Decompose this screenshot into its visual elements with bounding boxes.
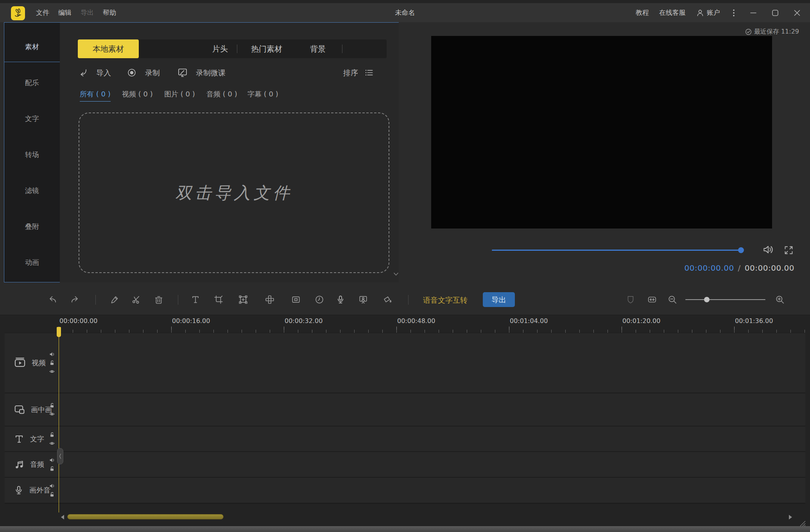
- zoom-in-icon[interactable]: [775, 295, 785, 305]
- volume-slider-knob[interactable]: [738, 247, 744, 253]
- volume-slider[interactable]: [492, 250, 741, 251]
- lock-icon[interactable]: [49, 492, 55, 497]
- panel-collapse-chevron-icon[interactable]: [393, 272, 399, 277]
- add-text-icon[interactable]: [190, 295, 201, 305]
- lock-icon[interactable]: [49, 432, 55, 437]
- delete-trash-icon[interactable]: [154, 295, 164, 305]
- mute-icon[interactable]: [49, 483, 55, 489]
- tab-background[interactable]: 背景: [301, 39, 334, 58]
- maximize-button[interactable]: [769, 7, 781, 19]
- close-button[interactable]: [791, 7, 803, 19]
- minimize-button[interactable]: [747, 7, 759, 19]
- sort-list-icon[interactable]: [364, 68, 374, 78]
- kebab-icon: [730, 9, 737, 17]
- ruler-tick-label: 00:00:48.00: [397, 317, 435, 325]
- filter-audio[interactable]: 音频 ( 0 ): [206, 89, 237, 99]
- tutorial-link[interactable]: 教程: [636, 8, 649, 17]
- tab-hot-media[interactable]: 热门素材: [246, 39, 287, 58]
- menu-export[interactable]: 导出: [81, 8, 94, 17]
- timeline-zoom-slider[interactable]: [685, 299, 765, 300]
- fullscreen-icon[interactable]: [783, 245, 794, 255]
- track-row-audio[interactable]: 音频: [5, 452, 805, 477]
- sidebar-item-overlay[interactable]: 叠附: [4, 219, 60, 234]
- presenter-icon[interactable]: [358, 295, 368, 305]
- timeline-ruler-minor-ticks: [59, 330, 810, 333]
- filter-image[interactable]: 图片 ( 0 ): [164, 89, 195, 99]
- timeline-scroll-right-arrow[interactable]: [789, 515, 792, 520]
- import-dropzone[interactable]: 双击导入文件: [79, 112, 389, 273]
- record-lesson-button[interactable]: 录制微课: [196, 68, 226, 78]
- more-menu-button[interactable]: [730, 9, 737, 17]
- menu-file[interactable]: 文件: [36, 8, 49, 17]
- track-row-voiceover[interactable]: 画外音: [5, 478, 805, 503]
- menu-help[interactable]: 帮助: [103, 8, 116, 17]
- timeline-scroll-left-arrow[interactable]: [61, 515, 64, 520]
- track-row-pip[interactable]: 画中画: [5, 393, 805, 426]
- undo-icon[interactable]: [47, 295, 57, 305]
- speaker-icon[interactable]: [762, 244, 774, 255]
- import-button[interactable]: 导入: [96, 68, 111, 78]
- eye-icon[interactable]: [49, 441, 55, 446]
- fit-timeline-icon[interactable]: [647, 295, 657, 305]
- sort-button[interactable]: 排序: [343, 68, 358, 78]
- marker-shield-icon[interactable]: [625, 295, 636, 305]
- paint-bucket-icon[interactable]: [382, 295, 392, 305]
- timeline-zoom-knob[interactable]: [704, 297, 710, 302]
- ruler-tick-label: 00:00:00.00: [59, 317, 97, 325]
- redo-icon[interactable]: [70, 295, 80, 305]
- mute-icon[interactable]: [49, 352, 55, 357]
- sidebar-item-transition[interactable]: 转场: [4, 147, 60, 162]
- lock-icon[interactable]: [49, 360, 55, 366]
- playhead-handle[interactable]: [57, 327, 61, 337]
- sidebar-item-music[interactable]: 配乐: [4, 75, 60, 91]
- menu-edit[interactable]: 编辑: [58, 8, 72, 17]
- track-label: 视频: [32, 358, 46, 368]
- timeline-horizontal-scrollbar[interactable]: [67, 514, 224, 520]
- track-row-video[interactable]: 视频: [5, 333, 805, 393]
- zoom-out-icon[interactable]: [667, 295, 677, 305]
- ruler-tick-label: 00:01:04.00: [510, 317, 548, 325]
- record-button[interactable]: 录制: [145, 68, 160, 78]
- titlebar: 文件 编辑 导出 帮助 未命名 教程 在线客服 账户: [0, 3, 810, 22]
- sidebar-item-media[interactable]: 素材: [4, 39, 60, 55]
- tab-divider: [342, 45, 342, 53]
- lock-icon[interactable]: [49, 403, 55, 408]
- filter-video[interactable]: 视频 ( 0 ): [122, 89, 153, 99]
- video-track-icon: [13, 356, 27, 370]
- track-headers-collapse-handle[interactable]: [57, 448, 63, 464]
- lock-icon[interactable]: [49, 466, 55, 471]
- track-row-text[interactable]: 文字: [5, 427, 805, 451]
- record-lesson-icon[interactable]: [177, 67, 188, 78]
- split-icon[interactable]: [265, 295, 275, 305]
- import-icon[interactable]: [78, 68, 88, 78]
- autosave-status: 最近保存 11:29: [745, 27, 799, 36]
- support-link[interactable]: 在线客服: [659, 8, 686, 17]
- ruler-tick-label: 00:01:36.00: [735, 317, 773, 325]
- freeze-frame-icon[interactable]: [238, 295, 248, 305]
- speech-to-text-button[interactable]: 语音文字互转: [423, 295, 468, 305]
- tab-intro[interactable]: 片头: [202, 39, 238, 58]
- record-icon[interactable]: [127, 68, 137, 78]
- export-button[interactable]: 导出: [483, 292, 515, 307]
- cut-scissors-icon[interactable]: [131, 295, 142, 305]
- time-separator: /: [738, 263, 741, 273]
- eye-icon[interactable]: [49, 369, 55, 374]
- track-header-pip: 画中画: [5, 393, 59, 426]
- speed-clock-icon[interactable]: [314, 295, 324, 305]
- filter-all[interactable]: 所有 ( 0 ): [80, 89, 111, 102]
- crop-icon[interactable]: [213, 295, 224, 305]
- mute-icon[interactable]: [49, 457, 55, 463]
- voiceover-mic-icon[interactable]: [335, 295, 346, 305]
- sidebar-item-text[interactable]: 文字: [4, 111, 60, 127]
- eye-icon[interactable]: [49, 411, 55, 417]
- app-logo-icon[interactable]: [11, 6, 25, 20]
- account-button[interactable]: 账户: [696, 8, 720, 17]
- tab-local-media[interactable]: 本地素材: [78, 39, 139, 58]
- edit-pencil-icon[interactable]: [109, 295, 120, 305]
- filter-subtitle[interactable]: 字幕 ( 0 ): [247, 89, 278, 99]
- media-panel: 素材 配乐 文字 转场 滤镜 叠附 动画 本地素材 片头 热门素材 背景 导入 …: [4, 22, 399, 282]
- sidebar-item-filter[interactable]: 滤镜: [4, 183, 60, 198]
- sidebar-item-animation[interactable]: 动画: [4, 255, 60, 270]
- mask-icon[interactable]: [291, 295, 301, 305]
- toolbar-divider: [178, 295, 178, 305]
